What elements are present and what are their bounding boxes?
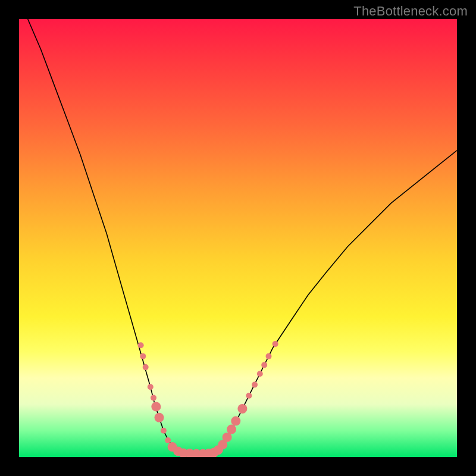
marker-dot: [151, 402, 161, 411]
watermark-text: TheBottleneck.com: [353, 4, 468, 19]
marker-dot: [266, 353, 272, 359]
marker-dot: [231, 416, 240, 426]
marker-dot: [252, 382, 258, 388]
plot-area: [19, 19, 457, 457]
marker-dot: [138, 342, 144, 348]
marker-dot: [227, 425, 236, 434]
marker-dot: [140, 353, 146, 359]
marker-dot: [237, 404, 247, 414]
marker-dot: [257, 371, 263, 377]
marker-dot: [246, 393, 252, 399]
bottleneck-curve: [28, 19, 457, 454]
marker-dot: [143, 364, 149, 370]
marker-dot: [273, 341, 278, 347]
chart-svg: [19, 19, 457, 457]
chart-frame: TheBottleneck.com: [0, 0, 476, 476]
marker-dot: [155, 413, 164, 422]
marker-dot: [161, 428, 167, 434]
marker-dot: [261, 362, 267, 368]
marker-dot: [151, 395, 156, 401]
marker-cluster: [138, 341, 278, 457]
marker-dot: [148, 384, 154, 390]
marker-dot: [165, 437, 171, 443]
